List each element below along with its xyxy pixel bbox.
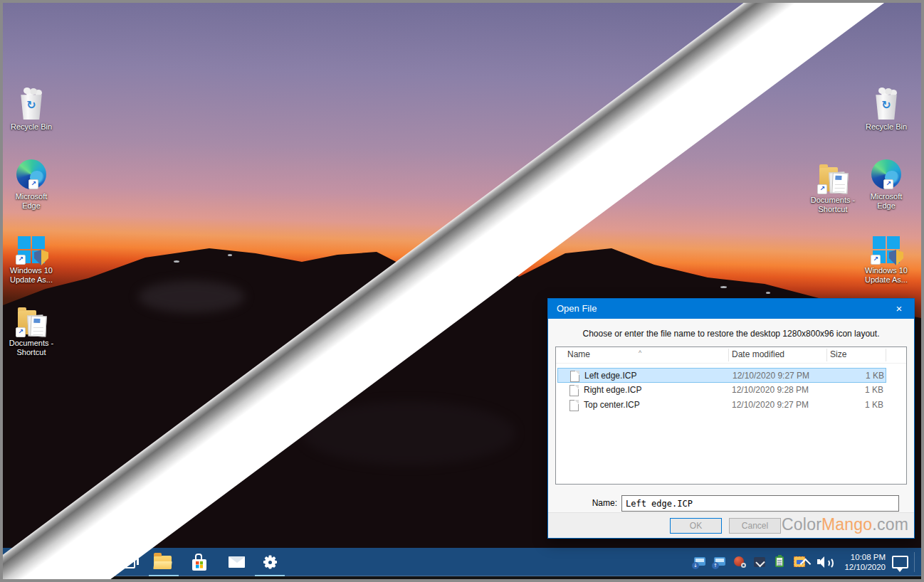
running-indicator-explorer (149, 575, 179, 576)
file-size: 1 KB (820, 371, 884, 381)
screenshot-frame: ↻ Recycle Bin ↗ Microsoft Edge ↗ Windows… (0, 0, 924, 582)
file-list: Name Date modified Size ^ Left edge.ICP … (555, 346, 907, 485)
column-divider[interactable] (886, 349, 886, 361)
colormango-watermark: ColorMango.com (782, 515, 908, 534)
watermark-part: Mango (821, 515, 872, 534)
snow-patch (228, 254, 232, 256)
list-header: Name Date modified Size ^ (556, 347, 906, 364)
file-size: 1 KB (819, 400, 883, 410)
mountain-patch (138, 280, 245, 313)
taskbar-clock[interactable]: 10:08 PM 12/10/2020 (839, 548, 886, 576)
windows-update-icon: ↗ (18, 236, 45, 263)
windows-update-icon: ↗ (873, 236, 900, 263)
tray-expand-button[interactable] (795, 548, 815, 576)
settings-button[interactable] (253, 548, 286, 576)
recycle-bin-icon: ↻ (19, 90, 43, 120)
icon-label: Microsoft Edge (9, 192, 54, 211)
desktop-icon-windows-update-left[interactable]: ↗ Windows 10 Update As... (3, 226, 61, 285)
desktop-screen: ↻ Recycle Bin ↗ Microsoft Edge ↗ Windows… (3, 3, 921, 579)
file-name-input[interactable] (621, 495, 899, 512)
file-date: 12/10/2020 9:27 PM (732, 400, 809, 410)
desktop-icon-recycle-bin-left[interactable]: ↻ Recycle Bin (3, 83, 61, 132)
system-tray: ↓ ↑ (690, 548, 809, 576)
store-icon (192, 559, 206, 571)
snow-patch (766, 292, 770, 294)
icon-label: Windows 10 Update As... (3, 266, 60, 285)
shortcut-arrow-icon: ↗ (817, 184, 827, 194)
tray-icon-display-save[interactable]: ↑ (713, 556, 726, 568)
dialog-titlebar[interactable]: Open File × (548, 299, 914, 319)
icon-label: Recycle Bin (866, 122, 907, 132)
file-icon (569, 400, 579, 411)
desktop-icon-documents-right[interactable]: ↗ Documents - Shortcut (803, 156, 863, 214)
file-explorer-button[interactable] (146, 548, 179, 576)
dialog-title: Open File (557, 299, 597, 319)
tray-icon-clipboard[interactable] (773, 556, 786, 568)
file-date: 12/10/2020 9:28 PM (732, 385, 809, 395)
column-divider[interactable] (826, 349, 827, 361)
clock-date: 12/10/2020 (839, 562, 886, 572)
show-desktop-divider (914, 552, 915, 572)
file-date: 12/10/2020 9:27 PM (733, 371, 809, 381)
name-field-label: Name: (548, 498, 617, 508)
running-indicator-settings (255, 575, 285, 576)
mail-icon (229, 556, 245, 568)
tray-icon-viewer[interactable] (733, 556, 746, 568)
file-icon (569, 385, 579, 396)
shortcut-arrow-icon: ↗ (28, 179, 38, 189)
column-header-date-modified[interactable]: Date modified (732, 349, 784, 359)
clock-time: 10:08 PM (839, 552, 886, 562)
column-header-size[interactable]: Size (830, 349, 846, 359)
settings-gear-icon (262, 554, 278, 571)
dialog-footer: OK Cancel ColorMango.com (548, 512, 914, 538)
tray-icon-dock[interactable] (753, 556, 766, 568)
notification-bubble-icon (892, 556, 908, 568)
column-header-name[interactable]: Name (567, 349, 590, 359)
column-divider[interactable] (728, 349, 729, 361)
taskbar-bottom-hairline (3, 576, 921, 576)
file-row[interactable]: Right edge.ICP 12/10/2020 9:28 PM 1 KB (557, 383, 886, 398)
snow-patch (174, 260, 179, 263)
icon-label: Microsoft Edge (863, 192, 909, 211)
icon-label: Documents - Shortcut (804, 196, 861, 214)
icon-label: Windows 10 Update As... (858, 266, 915, 285)
desktop-icon-edge-right[interactable]: ↗ Microsoft Edge (856, 152, 916, 211)
cancel-button[interactable]: Cancel (729, 518, 781, 534)
action-center-button[interactable] (887, 548, 913, 576)
file-size: 1 KB (819, 385, 883, 395)
desktop-icon-edge-left[interactable]: ↗ Microsoft Edge (3, 152, 61, 211)
file-name: Top center.ICP (584, 400, 640, 410)
file-name: Right edge.ICP (584, 385, 641, 395)
shortcut-arrow-icon: ↗ (871, 255, 881, 265)
speaker-icon (817, 556, 833, 568)
tray-icon-display-restore[interactable]: ↓ (693, 556, 706, 568)
desktop-icon-documents-left[interactable]: ↗ Documents - Shortcut (3, 299, 61, 357)
snow-patch (720, 286, 727, 288)
watermark-part: .com (872, 515, 908, 534)
documents-folder-icon: ↗ (18, 307, 45, 336)
desktop-icon-recycle-bin-right[interactable]: ↻ Recycle Bin (856, 83, 916, 132)
file-row[interactable]: Top center.ICP 12/10/2020 9:27 PM 1 KB (557, 398, 886, 413)
file-row-selected[interactable]: Left edge.ICP 12/10/2020 9:27 PM 1 KB (557, 368, 886, 383)
file-explorer-icon (154, 556, 172, 569)
file-name: Left edge.ICP (584, 371, 636, 381)
watermark-part: Color (782, 515, 821, 534)
shortcut-arrow-icon: ↗ (16, 327, 26, 337)
chevron-up-icon (799, 559, 811, 570)
file-icon (570, 371, 579, 382)
shortcut-arrow-icon: ↗ (16, 255, 26, 265)
desktop-icon-windows-update-right[interactable]: ↗ Windows 10 Update As... (856, 226, 916, 285)
icon-label: Recycle Bin (11, 122, 52, 132)
close-icon[interactable]: × (884, 299, 914, 319)
open-file-dialog: Open File × Choose or enter the file nam… (547, 298, 915, 539)
store-button[interactable] (183, 548, 216, 576)
name-row: Name: (548, 495, 914, 512)
ok-button[interactable]: OK (670, 518, 722, 534)
mail-button[interactable] (220, 548, 253, 576)
shortcut-arrow-icon: ↗ (883, 179, 893, 189)
sort-ascending-icon: ^ (639, 349, 641, 356)
dialog-instruction: Choose or enter the file name to restore… (548, 329, 914, 339)
volume-button[interactable] (814, 548, 836, 576)
documents-folder-icon: ↗ (819, 164, 846, 193)
icon-label: Documents - Shortcut (3, 339, 60, 357)
